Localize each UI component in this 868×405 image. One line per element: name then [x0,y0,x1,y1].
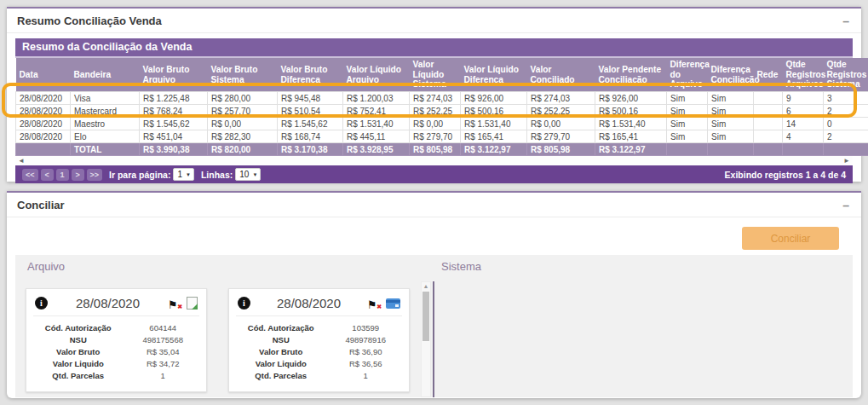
info-icon[interactable]: i [35,297,48,310]
transaction-card[interactable]: i 28/08/2020 ⚑✖ Cód. Autorização604144 N… [26,288,207,392]
pagination-last-button[interactable]: >> [87,169,103,181]
transaction-card[interactable]: i 28/08/2020 ⚑✖ Cód. Autorização103599 N… [228,288,410,392]
flag-glyph: ⚑ [367,298,377,311]
scroll-left-icon[interactable]: ◄ [18,157,25,165]
conciliar-button[interactable]: Conciliar [742,227,839,250]
pagination-page-button[interactable]: 1 [56,169,69,181]
table-cell: R$ 165,41 [595,130,667,143]
table-cell: Sim [667,105,708,118]
column-header: Diferença Conciliação [708,58,754,92]
field-value: 498978916 [327,335,404,344]
pagination-next-button[interactable]: > [72,169,84,181]
goto-page-select[interactable]: 1 ▼ [173,168,194,181]
scrollbar-thumb[interactable] [423,292,429,341]
table-cell: Sim [708,130,754,143]
table-cell [16,143,71,156]
document-icon[interactable] [187,297,198,310]
table-cell: R$ 257,70 [208,105,278,118]
table-cell: 9 [783,92,824,105]
arquivo-section-label: Arquivo [27,260,65,273]
lines-select[interactable]: 10 ▼ [235,168,261,181]
field-label: Valor Bruto [32,347,124,356]
table-cell: Sim [667,118,708,130]
table-row[interactable]: 28/08/2020EloR$ 451,04R$ 282,30R$ 168,74… [16,130,868,143]
table-cell [667,143,708,156]
resumo-tbody: 28/08/2020VisaR$ 1.225,48R$ 280,00R$ 945… [16,92,868,156]
table-cell: Maestro [71,118,140,130]
pagination-prev-button[interactable]: < [41,169,54,181]
table-cell: 3 [824,92,868,105]
arquivo-scrollbar[interactable]: ▲ [421,281,431,397]
horizontal-scrollbar[interactable]: ◄ ► [15,156,853,165]
field-value: R$ 36,56 [327,359,404,368]
table-cell: R$ 820,00 [208,143,278,156]
table-cell: Sim [667,130,708,143]
table-cell: R$ 768,24 [140,105,208,118]
minimize-icon[interactable]: – [842,17,849,26]
table-cell: R$ 1.531,40 [461,118,527,130]
table-cell: R$ 165,41 [461,130,527,143]
total-row: TOTALR$ 3.990,38R$ 820,00R$ 3.170,38R$ 3… [16,143,868,156]
field-label: Qtd. Parcelas [234,371,327,380]
info-icon[interactable]: i [238,297,250,310]
table-cell: R$ 168,74 [278,130,343,143]
resumo-table-title: Resumo da Conciliação da Venda [15,38,853,58]
field-value: R$ 35,04 [124,347,201,356]
credit-card-icon[interactable] [386,298,400,309]
table-cell: R$ 1.545,62 [278,118,343,130]
table-cell: R$ 1.545,62 [140,118,208,130]
table-cell [754,143,783,156]
table-row[interactable]: 28/08/2020MaestroR$ 1.545,62R$ 0,00R$ 1.… [16,118,868,130]
table-cell: R$ 274,03 [527,92,595,105]
card-icons: ⚑✖ [367,297,400,310]
chevron-down-icon: ▼ [252,172,257,177]
table-cell: R$ 274,03 [410,92,461,105]
table-cell: R$ 3.122,97 [461,143,527,156]
card-header: i 28/08/2020 ⚑✖ [26,289,206,315]
column-header: Valor Bruto Sistema [208,58,278,92]
column-header: Valor Pendente Conciliação [595,58,667,92]
resumo-table: DataBandeiraValor Bruto ArquivoValor Bru… [15,58,868,156]
field-label: Valor Liquido [234,359,327,368]
table-cell: R$ 3.122,97 [595,143,667,156]
table-cell: Elo [71,130,140,143]
minimize-icon[interactable]: – [842,201,849,210]
table-row[interactable]: 28/08/2020MastercardR$ 768,24R$ 257,70R$… [16,105,868,118]
field-value: 1 [124,371,201,380]
table-cell: R$ 279,70 [410,130,461,143]
table-cell: R$ 0,00 [208,118,278,130]
field-label: NSU [234,335,327,344]
table-cell [708,143,754,156]
scroll-right-icon[interactable]: ► [843,157,850,165]
field-value: 1 [327,371,404,380]
resumo-panel-title: Resumo Conciliação Venda [17,14,162,27]
column-header: Valor Bruto Arquivo [140,58,208,92]
table-row[interactable]: 28/08/2020VisaR$ 1.225,48R$ 280,00R$ 945… [16,92,868,105]
resumo-table-container: Resumo da Conciliação da Venda DataBande… [15,38,853,183]
flag-icon[interactable]: ⚑✖ [367,297,380,310]
table-cell: R$ 252,25 [410,105,461,118]
table-cell: 28/08/2020 [16,118,71,130]
field-label: Cód. Autorização [234,323,327,333]
pagination-first-button[interactable]: << [22,169,38,181]
flag-mark-icon: ✖ [177,304,182,310]
table-cell: 2 [824,130,868,143]
flag-glyph: ⚑ [168,298,178,311]
flag-icon[interactable]: ⚑✖ [168,297,181,310]
table-cell: 14 [783,118,824,130]
table-cell: Visa [71,92,140,105]
scroll-up-icon[interactable]: ▲ [422,282,430,291]
resumo-panel: Resumo Conciliação Venda – Resumo da Con… [7,7,861,182]
field-value: R$ 36,90 [327,347,404,356]
table-cell: R$ 926,00 [595,92,667,105]
records-status: Exibindo registros 1 a 4 de 4 [725,170,846,180]
column-header: Diferença do Arquivo [667,58,708,92]
goto-page-value: 1 [177,170,182,179]
table-cell [824,143,868,156]
table-cell: Sim [708,105,754,118]
column-header: Data [16,58,71,92]
table-cell: Sim [667,92,708,105]
pagination-bar: << < 1 > >> Ir para página: 1 ▼ Linhas: … [15,165,853,183]
table-cell: R$ 500,16 [461,105,527,118]
column-header: Valor Líquido Sistema [410,58,461,92]
